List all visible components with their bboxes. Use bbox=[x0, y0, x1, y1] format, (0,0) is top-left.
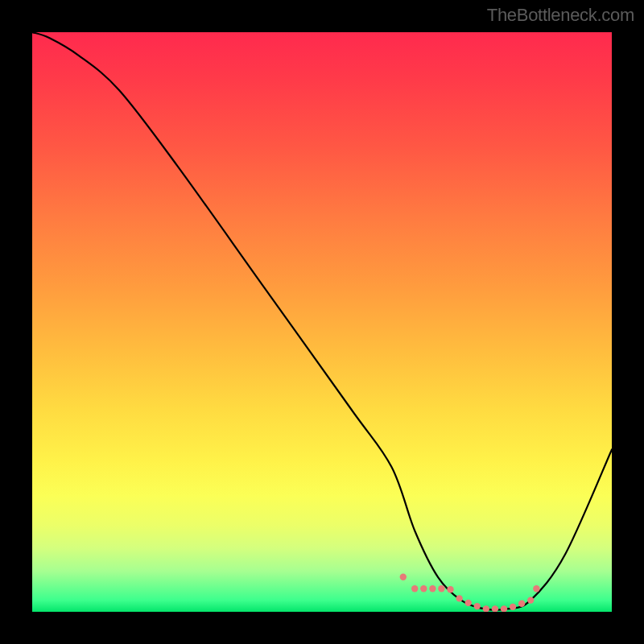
flat-zone-dot bbox=[438, 585, 444, 592]
flat-zone-dot bbox=[510, 604, 516, 610]
watermark-text: TheBottleneck.com bbox=[487, 5, 634, 26]
flat-zone-dot bbox=[429, 585, 436, 592]
flat-zone-dot bbox=[518, 601, 525, 607]
flat-zone-dot bbox=[447, 586, 453, 592]
flat-zone-dot bbox=[492, 605, 498, 612]
flat-zone-dot bbox=[465, 600, 472, 606]
plot-area bbox=[32, 32, 612, 612]
bottleneck-curve-svg bbox=[32, 32, 612, 612]
flat-zone-dot bbox=[400, 574, 407, 580]
flat-zone-dot bbox=[527, 597, 534, 603]
flat-zone-dot bbox=[456, 595, 462, 601]
flat-zone-dot bbox=[533, 585, 539, 592]
bottleneck-curve-path bbox=[32, 32, 612, 610]
flat-zone-dot bbox=[501, 605, 507, 612]
flat-zone-dot bbox=[411, 585, 418, 592]
flat-zone-dot bbox=[474, 603, 481, 609]
flat-zone-dot bbox=[483, 605, 489, 612]
flat-zone-dot bbox=[420, 585, 427, 592]
flat-zone-dots bbox=[400, 574, 540, 612]
